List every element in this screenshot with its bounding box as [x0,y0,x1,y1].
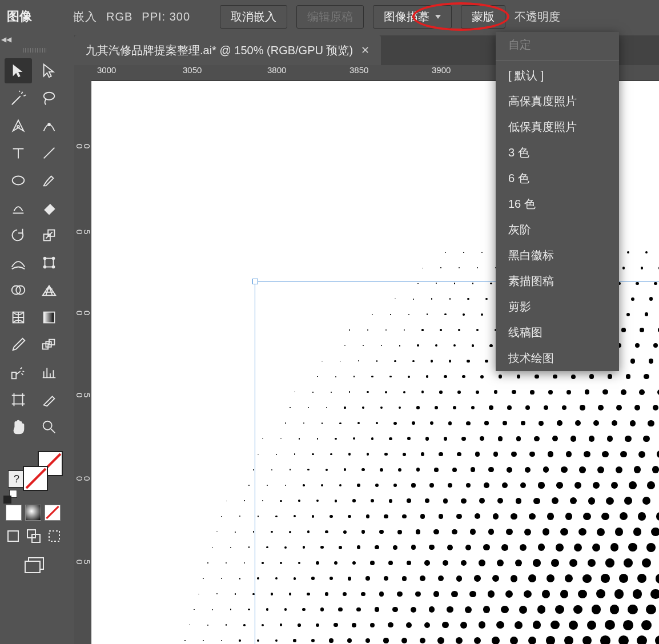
draw-normal-icon[interactable] [6,529,21,544]
slice-tool[interactable] [35,387,63,412]
dropdown-item: 自定 [496,32,619,58]
svg-rect-18 [12,372,17,379]
selection-handle[interactable] [252,279,258,284]
magic-wand-tool[interactable] [5,86,32,111]
dropdown-item[interactable]: 16 色 [496,191,619,217]
zoom-tool[interactable] [35,414,63,440]
free-transform-tool[interactable] [35,250,63,275]
fill-swatch[interactable] [23,466,48,491]
color-gradient[interactable] [25,505,41,521]
edit-original-button: 编辑原稿 [296,5,364,29]
document-title: 九其汽修品牌提案整理.ai* @ 150% (RGB/GPU 预览) [86,43,353,58]
shape-builder-tool[interactable] [5,277,32,303]
dropdown-item[interactable]: 技术绘图 [496,345,619,371]
eraser-tool[interactable] [35,195,63,220]
hand-tool[interactable] [5,414,32,440]
svg-point-20 [43,421,52,430]
unembed-button[interactable]: 取消嵌入 [220,5,287,29]
ruler-tick: 3850 [349,65,368,75]
color-solid[interactable] [6,505,22,521]
svg-point-7 [44,257,46,260]
width-tool[interactable] [5,250,32,275]
svg-point-1 [17,126,19,128]
column-graph-tool[interactable] [35,360,63,385]
scale-tool[interactable] [35,223,63,248]
image-trace-dropdown[interactable]: 自定[ 默认 ]高保真度照片低保真度照片3 色6 色16 色灰阶黑白徽标素描图稿… [496,32,619,371]
color-none[interactable] [45,505,61,521]
artboard-tool[interactable] [5,387,32,412]
dropdown-item[interactable]: 6 色 [496,166,619,191]
dropdown-item[interactable]: 低保真度照片 [496,114,619,140]
image-trace-button[interactable]: 图像描摹 [373,5,452,29]
line-tool[interactable] [35,140,63,166]
screen-mode-button[interactable] [0,548,70,583]
svg-point-8 [53,257,55,260]
panel-grip[interactable] [23,48,46,53]
blend-tool[interactable] [35,332,63,357]
mesh-tool[interactable] [5,305,32,330]
eyedropper-tool[interactable] [5,332,32,357]
ellipse-tool[interactable] [5,168,32,193]
draw-behind-icon[interactable] [26,529,41,544]
dropdown-item[interactable]: 3 色 [496,140,619,166]
document-tab[interactable]: 九其汽修品牌提案整理.ai* @ 150% (RGB/GPU 预览) ✕ [74,35,381,65]
svg-rect-6 [45,259,54,267]
svg-rect-24 [49,531,59,541]
selection-tool[interactable] [5,58,32,83]
lasso-tool[interactable] [35,86,63,111]
svg-point-3 [13,176,25,185]
svg-point-2 [48,123,50,126]
dropdown-item[interactable]: 灰阶 [496,217,619,243]
dropdown-item[interactable]: 高保真度照片 [496,88,619,114]
draw-inside-icon[interactable] [47,529,62,544]
svg-rect-21 [8,531,18,541]
rotate-tool[interactable] [5,223,32,248]
color-mode-row [0,501,70,524]
svg-rect-19 [14,396,23,404]
type-tool[interactable] [5,140,32,166]
image-trace-label: 图像描摹 [384,9,429,25]
svg-rect-14 [44,312,55,323]
pen-tool[interactable] [5,113,32,138]
ruler-tick: 3050 [183,65,202,75]
dropdown-item[interactable]: 黑白徽标 [496,243,619,268]
dropdown-item[interactable]: 线稿图 [496,320,619,345]
ruler-tick: 3900 [432,65,451,75]
embed-label[interactable]: 嵌入 [73,9,97,25]
paintbrush-tool[interactable] [35,168,63,193]
dropdown-item[interactable]: 剪影 [496,294,619,320]
control-bar: 图像 嵌入 RGB PPI: 300 取消嵌入 编辑原稿 图像描摹 蒙版 不透明… [0,0,659,33]
curvature-tool[interactable] [35,113,63,138]
perspective-grid-tool[interactable] [35,277,63,303]
chevron-down-icon[interactable] [435,15,441,19]
tools-panel: ? [0,46,70,583]
opacity-label: 不透明度 [515,9,560,25]
mask-button[interactable]: 蒙版 [461,5,505,29]
gradient-tool[interactable] [35,305,63,330]
object-type-label: 图像 [7,8,32,25]
fill-stroke-swatches[interactable]: ? [3,446,70,498]
svg-point-9 [44,266,46,268]
ppi-label: PPI: 300 [142,10,190,23]
ruler-vertical[interactable]: 4700 4650 4600 4550 4500 4450 [74,81,91,644]
direct-selection-tool[interactable] [35,58,63,83]
ruler-tick: 3000 [97,65,116,75]
colormode-label: RGB [106,10,132,23]
symbol-sprayer-tool[interactable] [5,360,32,385]
svg-point-0 [44,92,55,100]
ruler-tick: 3800 [267,65,286,75]
dropdown-item[interactable]: 素描图稿 [496,268,619,294]
close-icon[interactable]: ✕ [361,44,369,57]
panel-collapse-handle[interactable]: ◀◀ [0,34,13,45]
dropdown-item[interactable]: [ 默认 ] [496,63,619,88]
shaper-tool[interactable] [5,195,32,220]
default-fs-icon-b [3,496,11,504]
svg-point-10 [53,266,55,268]
